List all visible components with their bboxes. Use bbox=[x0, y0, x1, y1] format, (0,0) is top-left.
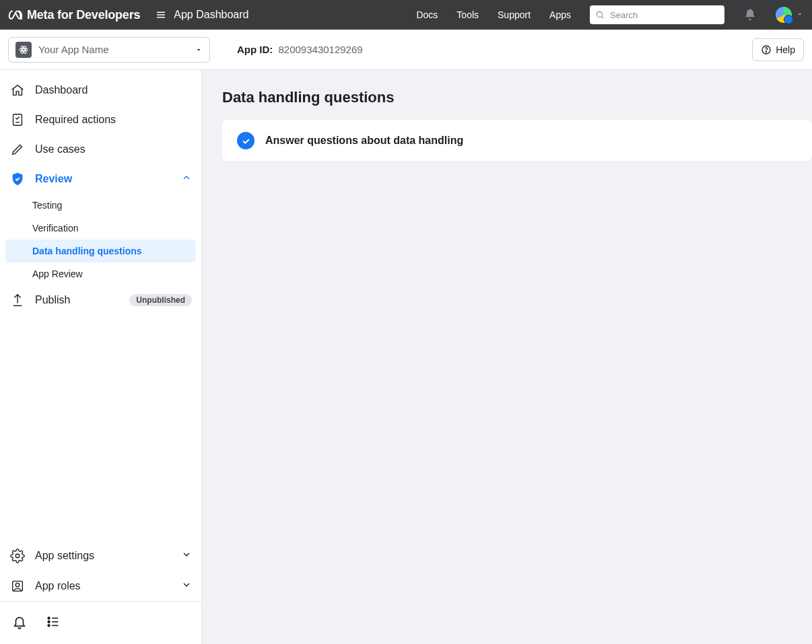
sidebar-item-label: Dashboard bbox=[35, 84, 88, 96]
help-icon bbox=[761, 44, 772, 55]
sidebar-item-required-actions[interactable]: Required actions bbox=[0, 105, 201, 135]
bell-outline-icon bbox=[12, 614, 27, 629]
publish-status-badge: Unpublished bbox=[129, 294, 192, 306]
sidebar: Dashboard Required actions Use cases Rev… bbox=[0, 70, 202, 644]
top-header: Meta for Developers App Dashboard Docs T… bbox=[0, 0, 812, 30]
svg-point-15 bbox=[15, 583, 20, 587]
footer-notifications-button[interactable] bbox=[12, 614, 27, 631]
hamburger-icon bbox=[155, 9, 167, 21]
chevron-down-icon bbox=[796, 9, 804, 20]
meta-logo-icon bbox=[8, 7, 23, 22]
gear-icon bbox=[9, 548, 26, 564]
chevron-down-icon bbox=[181, 549, 192, 563]
brand-text: Meta for Developers bbox=[27, 8, 140, 22]
chevron-up-icon bbox=[181, 172, 192, 186]
nav-support[interactable]: Support bbox=[498, 9, 531, 20]
checklist-icon bbox=[9, 112, 26, 128]
nav-apps[interactable]: Apps bbox=[549, 9, 571, 20]
account-menu[interactable] bbox=[776, 7, 804, 23]
svg-point-20 bbox=[48, 624, 50, 627]
sidebar-subitem-app-review[interactable]: App Review bbox=[0, 262, 201, 285]
page-title: Data handling questions bbox=[222, 89, 812, 106]
nav-tools[interactable]: Tools bbox=[456, 9, 479, 20]
svg-rect-11 bbox=[13, 114, 22, 126]
search-input[interactable] bbox=[610, 10, 711, 20]
sidebar-item-label: Publish bbox=[35, 294, 70, 306]
app-selector[interactable]: Your App Name bbox=[8, 37, 210, 63]
app-id-label: App ID: bbox=[237, 44, 273, 55]
check-circle-icon bbox=[237, 132, 255, 149]
roles-icon bbox=[9, 578, 26, 594]
sidebar-item-use-cases[interactable]: Use cases bbox=[0, 135, 201, 164]
pencil-icon bbox=[9, 141, 26, 157]
dashboard-title: App Dashboard bbox=[174, 9, 248, 21]
app-id-value: 820093430129269 bbox=[279, 44, 363, 55]
chevron-down-icon bbox=[181, 579, 192, 593]
svg-point-13 bbox=[15, 554, 20, 558]
footer-activity-log-button[interactable] bbox=[46, 614, 61, 631]
sidebar-item-label: App roles bbox=[35, 580, 81, 592]
svg-point-5 bbox=[23, 48, 25, 50]
help-button-label: Help bbox=[776, 44, 795, 55]
svg-point-10 bbox=[766, 51, 767, 52]
sidebar-subitem-verification[interactable]: Verification bbox=[0, 217, 201, 240]
card-title: Answer questions about data handling bbox=[265, 135, 463, 147]
sidebar-item-dashboard[interactable]: Dashboard bbox=[0, 75, 201, 105]
global-search[interactable] bbox=[590, 5, 724, 24]
sidebar-footer bbox=[0, 601, 201, 644]
sidebar-subitem-data-handling-questions[interactable]: Data handling questions bbox=[5, 240, 196, 262]
app-info-bar: Your App Name App ID: 820093430129269 He… bbox=[0, 30, 812, 70]
main-content: Data handling questions Answer questions… bbox=[202, 70, 812, 644]
home-icon bbox=[9, 82, 26, 98]
svg-point-3 bbox=[597, 11, 602, 17]
nav-docs[interactable]: Docs bbox=[416, 9, 438, 20]
sidebar-item-label: Use cases bbox=[35, 143, 86, 155]
sidebar-item-review[interactable]: Review bbox=[0, 164, 201, 194]
avatar-icon bbox=[776, 7, 792, 23]
sidebar-item-label: Review bbox=[35, 173, 72, 185]
app-icon bbox=[15, 42, 32, 58]
sidebar-item-app-roles[interactable]: App roles bbox=[0, 571, 201, 601]
app-id-display: App ID: 820093430129269 bbox=[237, 44, 363, 55]
svg-point-18 bbox=[48, 621, 50, 623]
upload-icon bbox=[9, 292, 26, 308]
help-button[interactable]: Help bbox=[752, 38, 804, 61]
app-selector-name: Your App Name bbox=[38, 44, 188, 55]
brand-logo[interactable]: Meta for Developers bbox=[8, 7, 140, 22]
svg-point-16 bbox=[48, 617, 50, 619]
search-icon bbox=[595, 10, 605, 20]
notifications-button[interactable] bbox=[743, 8, 757, 22]
sidebar-subitem-testing[interactable]: Testing bbox=[0, 194, 201, 217]
sidebar-item-publish[interactable]: Publish Unpublished bbox=[0, 285, 201, 315]
dashboard-menu-toggle[interactable]: App Dashboard bbox=[155, 9, 248, 21]
list-icon bbox=[46, 614, 61, 629]
sidebar-item-label: App settings bbox=[35, 550, 94, 562]
bell-icon bbox=[743, 8, 757, 22]
top-nav: Docs Tools Support Apps bbox=[416, 5, 804, 24]
shield-check-icon bbox=[9, 171, 26, 187]
sidebar-item-label: Required actions bbox=[35, 114, 116, 126]
svg-line-4 bbox=[602, 17, 604, 19]
caret-down-icon bbox=[195, 46, 203, 54]
sidebar-item-app-settings[interactable]: App settings bbox=[0, 540, 201, 571]
data-handling-card[interactable]: Answer questions about data handling bbox=[222, 120, 812, 162]
